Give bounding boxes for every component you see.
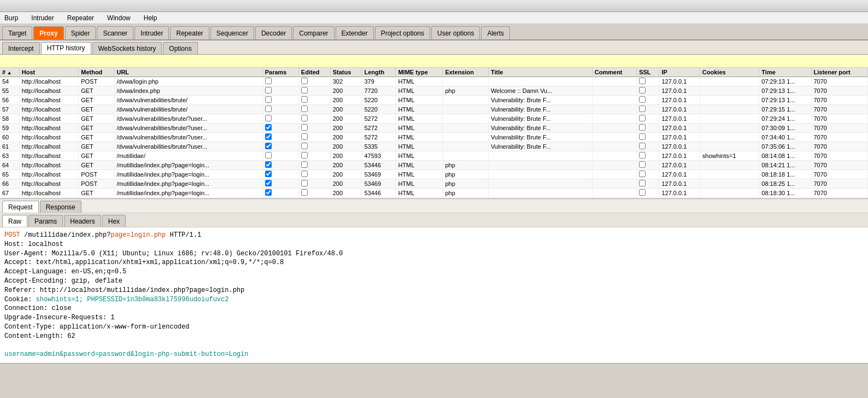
col-length[interactable]: Length [362,68,396,77]
req-line8: Cookie: showhints=1; PHPSESSID=1n3b0ma83… [4,296,228,303]
tab-sequencer[interactable]: Sequencer [210,26,254,39]
tab-user-options[interactable]: User options [431,26,480,39]
table-row[interactable]: 66http://localhostPOST/mutillidae/index.… [0,179,868,189]
table-row[interactable]: 56http://localhostGET/dvwa/vulnerabiliti… [0,96,868,105]
req-line4: Accept: text/html,application/xhtml+xml,… [4,259,284,266]
col-mime[interactable]: MIME type [396,68,443,77]
table-row[interactable]: 55http://localhostGET/dvwa/index.php2007… [0,86,868,96]
col-ssl[interactable]: SSL [637,68,659,77]
menu-repeater[interactable]: Repeater [65,14,96,22]
table-row[interactable]: 67http://localhostGET/mutillidae/index.p… [0,189,868,198]
col-num[interactable]: # [0,68,19,77]
col-cookies[interactable]: Cookies [700,68,759,77]
format-tab-bar: Raw Params Headers Hex [0,213,868,227]
col-comment[interactable]: Comment [592,68,636,77]
col-url[interactable]: URL [114,68,262,77]
req-line10: Upgrade-Insecure-Requests: 1 [4,314,115,321]
col-method[interactable]: Method [79,68,114,77]
tab-proxy[interactable]: Proxy [33,26,63,39]
table-header-row: # Host Method URL Params Edited Status L… [0,68,868,77]
req-line2: Host: localhost [4,241,63,248]
sub-tab-intercept[interactable]: Intercept [2,42,40,54]
tab-extender[interactable]: Extender [336,26,374,39]
menu-bar: Burp Intruder Repeater Window Help [0,12,868,24]
sub-tab-websockets-history[interactable]: WebSockets history [92,42,162,54]
tab-intruder[interactable]: Intruder [134,26,169,39]
request-content: POST /mutillidae/index.php?page=login.ph… [0,227,868,363]
tab-repeater[interactable]: Repeater [170,26,209,39]
menu-window[interactable]: Window [105,14,133,22]
col-extension[interactable]: Extension [443,68,489,77]
col-edited[interactable]: Edited [298,68,330,77]
req-line7: Referer: http://localhost/mutillidae/ind… [4,286,244,294]
tab-request[interactable]: Request [2,201,39,213]
bottom-panel: Request Response Raw Params Headers Hex … [0,199,868,364]
tab-scanner[interactable]: Scanner [97,26,133,39]
menu-help[interactable]: Help [142,14,160,22]
col-host[interactable]: Host [19,68,78,77]
format-tab-raw[interactable]: Raw [2,215,27,227]
table-row[interactable]: 54http://localhostPOST/dvwa/login.php302… [0,77,868,86]
col-ip[interactable]: IP [659,68,700,77]
sub-tab-options[interactable]: Options [163,42,197,54]
req-line12: Content-Length: 62 [4,332,75,340]
title-bar [0,0,868,12]
format-tab-headers[interactable]: Headers [64,215,101,227]
table-row[interactable]: 57http://localhostGET/dvwa/vulnerabiliti… [0,105,868,114]
sub-tab-bar: Intercept HTTP history WebSockets histor… [0,40,868,55]
main-tab-bar: Target Proxy Spider Scanner Intruder Rep… [0,24,868,40]
sub-tab-http-history[interactable]: HTTP history [41,42,91,54]
format-tab-hex[interactable]: Hex [102,215,126,227]
table-row[interactable]: 65http://localhostPOST/mutillidae/index.… [0,170,868,179]
table-row[interactable]: 58http://localhostGET/dvwa/vulnerabiliti… [0,114,868,124]
menu-intruder[interactable]: Intruder [29,14,56,22]
col-listener-port[interactable]: Listener port [811,68,868,77]
tab-comparer[interactable]: Comparer [293,26,334,39]
req-line3: User-Agent: Mozilla/5.0 (X11; Ubuntu; Li… [4,250,343,257]
req-line5: Accept-Language: en-US,en;q=0.5 [4,268,126,276]
col-status[interactable]: Status [330,68,362,77]
tab-response[interactable]: Response [40,201,81,213]
tab-spider[interactable]: Spider [65,26,96,39]
http-history-table: # Host Method URL Params Edited Status L… [0,68,868,199]
format-tab-params[interactable]: Params [28,215,63,227]
tab-target[interactable]: Target [2,26,32,39]
table-row[interactable]: 60http://localhostGET/dvwa/vulnerabiliti… [0,133,868,142]
tab-alerts[interactable]: Alerts [481,26,510,39]
table-row[interactable]: 63http://localhostGET/mutillidae/2004759… [0,151,868,161]
table-row[interactable]: 64http://localhostGET/mutillidae/index.p… [0,161,868,170]
table-body: 54http://localhostPOST/dvwa/login.php302… [0,77,868,200]
tab-project-options[interactable]: Project options [375,26,430,39]
req-line9: Connection: close [4,305,71,312]
req-body: username=admin&password=password&login-p… [4,350,248,358]
req-line6: Accept-Encoding: gzip, deflate [4,277,122,285]
filter-bar[interactable] [0,55,868,68]
http-history-table-container: # Host Method URL Params Edited Status L… [0,68,868,199]
tab-decoder[interactable]: Decoder [255,26,292,39]
req-line1: POST /mutillidae/index.php?page=login.ph… [4,231,201,239]
table-row[interactable]: 61http://localhostGET/dvwa/vulnerabiliti… [0,142,868,151]
col-title[interactable]: Title [488,68,592,77]
col-params[interactable]: Params [262,68,298,77]
table-row[interactable]: 59http://localhostGET/dvwa/vulnerabiliti… [0,124,868,133]
col-time[interactable]: Time [759,68,811,77]
req-line11: Content-Type: application/x-www-form-url… [4,323,189,331]
req-res-tab-bar: Request Response [0,199,868,213]
menu-burp[interactable]: Burp [2,14,20,22]
